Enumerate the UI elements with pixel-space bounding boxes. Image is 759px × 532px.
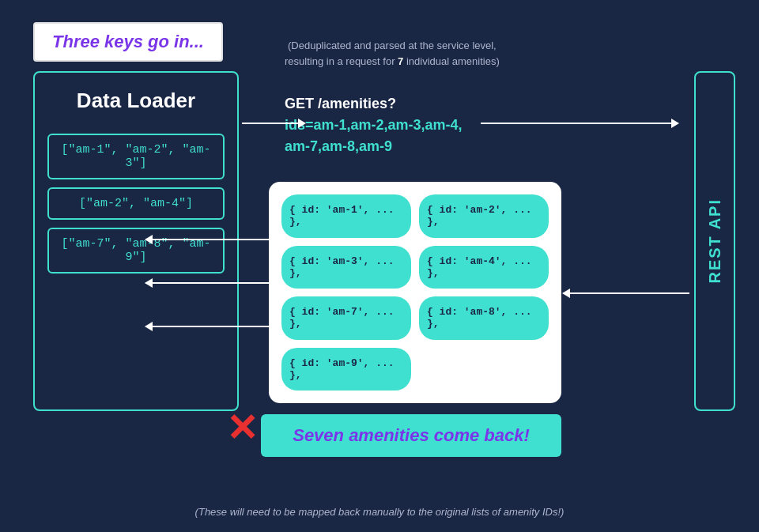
red-x-icon: ✕ (226, 409, 258, 447)
arrow-to-list-3 (145, 326, 270, 327)
bottom-note-text: (These will need to be mapped back manua… (195, 506, 565, 518)
empty-cell (419, 348, 549, 391)
amenity-chip-3: { id: 'am-3', ... }, (281, 246, 411, 289)
data-loader-title: Data Loader (35, 73, 237, 126)
data-loader-box: Data Loader ["am-1", "am-2", "am-3"] ["a… (33, 71, 239, 411)
response-box: { id: 'am-1', ... }, { id: 'am-2', ... }… (269, 182, 561, 403)
three-keys-box: Three keys go in... (33, 22, 223, 62)
rest-api-label: REST API (706, 198, 724, 284)
get-request-block: GET /amenities? ids=am-1,am-2,am-3,am-4,… (285, 93, 463, 157)
arrow-response-to-api (563, 292, 689, 294)
amenity-chip-6: { id: 'am-8', ... }, (419, 296, 549, 340)
arrow-from-loader (242, 123, 305, 124)
dedup-line1: (Deduplicated and parsed at the service … (288, 40, 497, 51)
arrow-right-main (481, 123, 678, 124)
seven-amenities-text: Seven amenities come back! (293, 425, 530, 445)
key-list-item-3: ["am-7", "am-8", "am-9"] (47, 228, 225, 274)
bottom-note: (These will need to be mapped back manua… (0, 506, 759, 518)
three-keys-label: Three keys go in... (52, 32, 204, 51)
dedup-line2: resulting in a request for (285, 55, 398, 67)
rest-api-box: REST API (694, 71, 735, 411)
key-list-item-1: ["am-1", "am-2", "am-3"] (47, 134, 225, 179)
dedup-line3: individual amenities) (403, 55, 499, 67)
amenity-chip-1: { id: 'am-1', ... }, (281, 194, 411, 238)
arrow-to-list-1 (145, 239, 270, 240)
amenity-chip-5: { id: 'am-7', ... }, (281, 296, 411, 340)
arrow-to-list-2 (145, 282, 270, 284)
get-method: GET /amenities? (285, 96, 396, 111)
key-list-item-2: ["am-2", "am-4"] (47, 187, 225, 220)
get-ids-value1: am-1,am-2,am-3,am-4, (314, 117, 463, 133)
amenity-chip-2: { id: 'am-2', ... }, (419, 194, 549, 238)
get-ids-value2: am-7,am-8,am-9 (285, 138, 392, 154)
dedup-note: (Deduplicated and parsed at the service … (285, 38, 500, 69)
amenity-chip-7: { id: 'am-9', ... }, (281, 348, 411, 391)
amenity-chip-4: { id: 'am-4', ... }, (419, 246, 549, 289)
seven-amenities-banner: Seven amenities come back! (261, 414, 561, 457)
